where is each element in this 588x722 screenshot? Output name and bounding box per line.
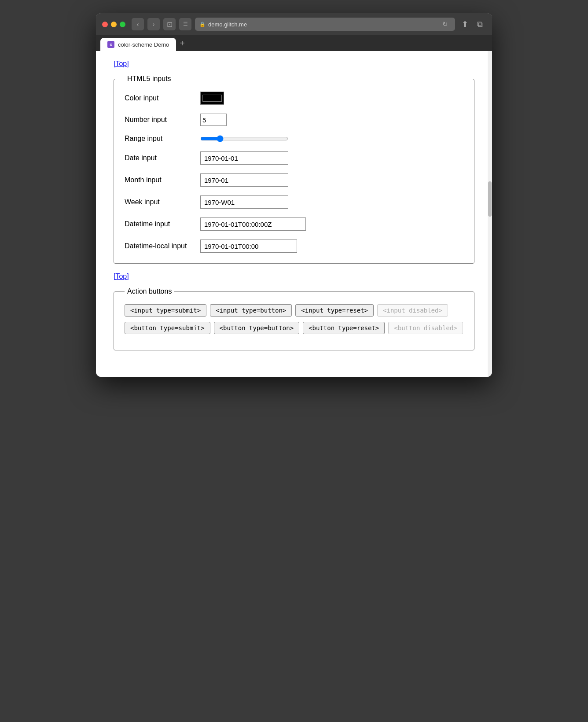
date-input-row: Date input — [125, 151, 463, 165]
sidebar-button[interactable]: ⊡ — [163, 18, 176, 30]
week-input-row: Week input — [125, 195, 463, 209]
color-input[interactable] — [200, 92, 224, 105]
datetime-local-input[interactable] — [200, 239, 297, 253]
fullscreen-button[interactable] — [120, 22, 125, 27]
datetime-input-row: Datetime input — [125, 217, 463, 231]
input-button-button[interactable]: <input type=button> — [210, 304, 292, 317]
tab-title: color-scheme Demo — [118, 41, 169, 48]
html5-inputs-section: HTML5 inputs Color input Number input Ra… — [114, 75, 474, 264]
week-input[interactable] — [200, 195, 288, 209]
datetime-local-input-row: Datetime-local input — [125, 239, 463, 253]
tab-overview-button[interactable]: ☰ — [179, 18, 191, 30]
button-reset-button[interactable]: <button type=reset> — [303, 322, 385, 334]
tab-favicon: c — [107, 41, 114, 48]
address-bar[interactable]: 🔒 demo.glitch.me ↻ — [195, 18, 455, 31]
number-input[interactable] — [200, 114, 227, 126]
color-input-row: Color input — [125, 92, 463, 105]
reload-button[interactable]: ↻ — [440, 19, 451, 29]
input-reset-button[interactable]: <input type=reset> — [295, 304, 374, 317]
html5-inputs-legend: HTML5 inputs — [125, 75, 174, 83]
color-input-label: Color input — [125, 94, 195, 102]
month-input[interactable] — [200, 173, 288, 187]
input-buttons-group: <input type=submit> <input type=button> … — [125, 304, 463, 317]
action-buttons-legend: Action buttons — [125, 287, 174, 295]
button-submit-button[interactable]: <button type=submit> — [125, 322, 210, 334]
new-tab-button[interactable]: ⧉ — [474, 18, 486, 30]
range-input[interactable] — [200, 135, 288, 142]
forward-button[interactable]: › — [147, 18, 160, 30]
button-button-button[interactable]: <button type=button> — [214, 322, 300, 334]
traffic-lights — [102, 22, 125, 27]
url-text: demo.glitch.me — [208, 21, 247, 28]
active-tab[interactable]: c color-scheme Demo — [100, 38, 176, 51]
month-input-label: Month input — [125, 176, 195, 184]
number-input-label: Number input — [125, 116, 195, 124]
top-link-1[interactable]: [Top] — [114, 60, 129, 68]
share-button[interactable]: ⬆ — [459, 18, 471, 30]
input-disabled-button: <input disabled> — [377, 304, 448, 317]
close-button[interactable] — [102, 22, 108, 27]
input-submit-button[interactable]: <input type=submit> — [125, 304, 206, 317]
datetime-input-label: Datetime input — [125, 220, 195, 228]
new-tab-plus-button[interactable]: + — [180, 39, 185, 48]
button-buttons-group: <button type=submit> <button type=button… — [125, 322, 463, 334]
month-input-row: Month input — [125, 173, 463, 187]
number-input-row: Number input — [125, 114, 463, 126]
range-input-label: Range input — [125, 135, 195, 143]
lock-icon: 🔒 — [199, 22, 206, 27]
scrollbar-thumb[interactable] — [488, 181, 492, 217]
page-content: [Top] HTML5 inputs Color input Number in… — [96, 51, 492, 377]
datetime-local-input-label: Datetime-local input — [125, 242, 195, 250]
date-input-label: Date input — [125, 154, 195, 162]
top-link-2[interactable]: [Top] — [114, 273, 129, 280]
scrollbar-track — [488, 51, 492, 377]
minimize-button[interactable] — [111, 22, 117, 27]
week-input-label: Week input — [125, 198, 195, 206]
range-input-row: Range input — [125, 135, 463, 143]
back-button[interactable]: ‹ — [132, 18, 144, 30]
button-disabled-button: <button disabled> — [388, 322, 463, 334]
date-input[interactable] — [200, 151, 288, 165]
datetime-input[interactable] — [200, 217, 306, 231]
action-buttons-section: Action buttons <input type=submit> <inpu… — [114, 287, 474, 350]
